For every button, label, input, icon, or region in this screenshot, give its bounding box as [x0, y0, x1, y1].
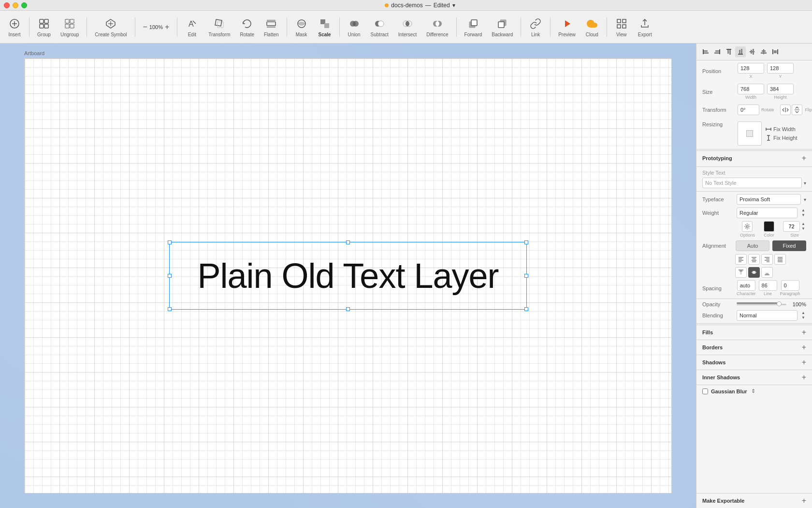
align-left-edges-btn[interactable]	[700, 46, 711, 57]
font-size-btn[interactable]: ▲ ▼ Size	[783, 221, 806, 238]
borders-add-btn[interactable]: +	[802, 343, 806, 352]
canvas-area[interactable]: Artboard Plain Old Text Layer	[0, 44, 696, 508]
options-btn[interactable]: Options	[740, 221, 755, 238]
inner-shadows-section[interactable]: Inner Shadows +	[696, 370, 812, 385]
inner-shadows-add-btn[interactable]: +	[802, 373, 806, 382]
gaussian-blur-section[interactable]: Gaussian Blur ⇕	[696, 385, 812, 397]
gaussian-blur-checkbox[interactable]	[702, 388, 708, 394]
vert-align-bottom-btn[interactable]	[761, 267, 773, 278]
font-size-stepper[interactable]: ▲ ▼	[800, 222, 806, 231]
subtract-button[interactable]: Subtract	[367, 15, 392, 39]
handle-top-left[interactable]	[168, 240, 172, 244]
size-up-btn[interactable]: ▲	[800, 222, 806, 226]
handle-middle-left[interactable]	[168, 274, 172, 278]
difference-button[interactable]: Difference	[422, 15, 452, 39]
align-center-text-btn[interactable]	[748, 254, 760, 265]
mask-button[interactable]: Mask	[291, 15, 312, 39]
fills-add-btn[interactable]: +	[802, 328, 806, 337]
dropdown-arrow-title[interactable]: ▾	[452, 2, 455, 9]
close-button[interactable]	[4, 2, 10, 8]
link-icon	[529, 17, 542, 30]
backward-button[interactable]: Backward	[488, 15, 517, 39]
typeface-select[interactable]: Proxima Soft	[737, 194, 801, 205]
paragraph-spacing-input[interactable]	[781, 280, 799, 291]
align-left-text-btn[interactable]	[735, 254, 747, 265]
scale-button[interactable]: Scale	[314, 15, 335, 39]
view-button[interactable]: View	[611, 15, 632, 39]
insert-button[interactable]: Insert	[4, 15, 25, 39]
width-input[interactable]	[738, 84, 764, 94]
transform-button[interactable]: Transform	[204, 15, 234, 39]
align-centers-vert-btn[interactable]	[758, 46, 769, 57]
make-exportable-add-btn[interactable]: +	[802, 496, 806, 505]
handle-bottom-right[interactable]	[524, 307, 528, 311]
line-spacing-input[interactable]	[759, 280, 777, 291]
align-centers-horiz-btn[interactable]	[747, 46, 757, 57]
flatten-button[interactable]: Flatten	[260, 15, 283, 39]
x-input[interactable]	[738, 63, 764, 74]
distribute-btn[interactable]	[770, 46, 781, 57]
export-button[interactable]: Export	[634, 15, 656, 39]
weight-select[interactable]: Regular	[737, 208, 798, 218]
blending-select[interactable]: Normal	[737, 310, 798, 321]
edit-button[interactable]: A Edit	[181, 15, 203, 39]
opacity-slider[interactable]	[737, 304, 786, 305]
fixed-alignment-btn[interactable]: Fixed	[772, 240, 806, 251]
cloud-button[interactable]: Cloud	[581, 15, 603, 39]
align-right-edges-btn[interactable]	[712, 46, 723, 57]
shadows-section[interactable]: Shadows +	[696, 355, 812, 370]
rotate-input[interactable]	[738, 105, 759, 115]
align-justify-text-btn[interactable]	[774, 254, 786, 265]
align-bottom-edges-btn[interactable]	[735, 46, 746, 57]
make-exportable-section[interactable]: Make Exportable +	[696, 493, 812, 508]
vert-align-top-btn[interactable]	[735, 267, 747, 278]
handle-top-middle[interactable]	[346, 240, 350, 244]
svg-rect-47	[714, 52, 719, 54]
union-button[interactable]: Union	[344, 15, 365, 39]
blending-stepper[interactable]: ▲ ▼	[800, 311, 806, 320]
height-input[interactable]	[767, 84, 794, 94]
resizing-widget[interactable]	[738, 121, 762, 146]
text-style-select[interactable]: No Text Style	[702, 178, 802, 188]
zoom-control[interactable]: − 100% +	[139, 21, 174, 33]
flip-horizontal-btn[interactable]	[780, 105, 791, 115]
blending-down-btn[interactable]: ▼	[800, 315, 806, 320]
weight-up-btn[interactable]: ▲	[800, 208, 806, 213]
canvas-text[interactable]: Plain Old Text Layer	[197, 256, 498, 296]
prototyping-add-btn[interactable]: +	[802, 154, 806, 163]
size-down-btn[interactable]: ▼	[800, 226, 806, 231]
zoom-out-icon[interactable]: −	[143, 23, 147, 31]
create-symbol-button[interactable]: Create Symbol	[91, 15, 130, 39]
char-spacing-input[interactable]	[737, 280, 755, 291]
borders-section[interactable]: Borders +	[696, 340, 812, 355]
handle-bottom-middle[interactable]	[346, 307, 350, 311]
align-right-text-btn[interactable]	[761, 254, 773, 265]
handle-top-right[interactable]	[524, 240, 528, 244]
weight-stepper[interactable]: ▲ ▼	[800, 208, 806, 217]
intersect-button[interactable]: Intersect	[394, 15, 420, 39]
blending-up-btn[interactable]: ▲	[800, 311, 806, 315]
color-btn[interactable]: Color	[764, 221, 774, 238]
preview-button[interactable]: Preview	[554, 15, 580, 39]
shadows-add-btn[interactable]: +	[802, 358, 806, 367]
main-content: Artboard Plain Old Text Layer	[0, 44, 812, 508]
auto-alignment-btn[interactable]: Auto	[736, 240, 769, 251]
maximize-button[interactable]	[21, 2, 27, 8]
fills-section[interactable]: Fills +	[696, 325, 812, 340]
forward-button[interactable]: Forward	[461, 15, 486, 39]
link-button[interactable]: Link	[525, 15, 546, 39]
align-top-edges-btn[interactable]	[724, 46, 734, 57]
vert-align-middle-btn[interactable]	[748, 267, 760, 278]
minimize-button[interactable]	[13, 2, 18, 8]
handle-middle-right[interactable]	[524, 274, 528, 278]
rotate-button[interactable]: Rotate	[236, 15, 258, 39]
position-inputs: X Y	[738, 63, 794, 79]
weight-down-btn[interactable]: ▼	[800, 213, 806, 218]
y-input[interactable]	[767, 63, 794, 74]
handle-bottom-left[interactable]	[168, 307, 172, 311]
group-button[interactable]: Group	[33, 15, 55, 39]
flip-vertical-btn[interactable]	[792, 105, 802, 115]
font-size-input[interactable]	[783, 221, 800, 232]
ungroup-button[interactable]: Ungroup	[57, 15, 83, 39]
zoom-in-icon[interactable]: +	[165, 23, 169, 31]
